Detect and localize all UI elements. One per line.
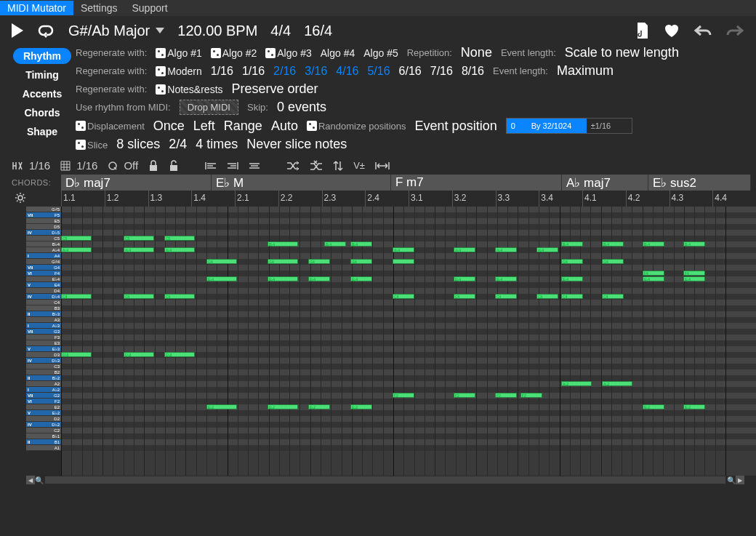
disp-auto[interactable]: Auto bbox=[271, 119, 298, 134]
quantize[interactable]: Off bbox=[108, 159, 138, 172]
key-row[interactable]: D4 bbox=[26, 288, 61, 294]
midi-note[interactable]: A♭4 bbox=[393, 247, 414, 252]
midi-note[interactable]: B♭4 bbox=[268, 241, 298, 247]
bars-display[interactable]: 16/4 bbox=[304, 23, 332, 39]
key-row[interactable]: VE4 bbox=[26, 282, 61, 288]
midi-note[interactable]: B♭4 bbox=[643, 241, 664, 247]
sidetab-shape[interactable]: Shape bbox=[17, 124, 68, 140]
midi-note[interactable]: B♭4 bbox=[561, 241, 583, 247]
midi-note[interactable]: C4 bbox=[164, 294, 195, 299]
snap-1[interactable]: 1/16 bbox=[12, 159, 50, 172]
midi-note[interactable]: C4 bbox=[61, 294, 92, 299]
rand-value[interactable]: Event position bbox=[415, 119, 497, 134]
midi-note[interactable]: C5 bbox=[124, 236, 154, 241]
algo-5[interactable]: Algo #5 bbox=[363, 47, 398, 59]
mode-notesrests[interactable]: Notes&rests bbox=[156, 84, 222, 95]
disp-once[interactable]: Once bbox=[153, 119, 185, 134]
slice-b[interactable]: 4 times bbox=[196, 137, 238, 152]
chord-cell[interactable]: D♭ maj7 bbox=[61, 175, 212, 191]
key-row[interactable]: B3 bbox=[26, 305, 61, 311]
frac-8[interactable]: 8/16 bbox=[462, 65, 484, 78]
sidetab-timing[interactable]: Timing bbox=[15, 67, 69, 83]
key-row[interactable]: E3 bbox=[26, 340, 61, 346]
midi-note[interactable]: B♭4 bbox=[324, 241, 346, 247]
key-row[interactable]: VIF4 bbox=[26, 271, 61, 276]
midi-note[interactable]: E♭2 bbox=[350, 404, 372, 409]
key-row[interactable]: IVD♭5 bbox=[26, 230, 61, 236]
chord-cell[interactable]: E♭ sus2 bbox=[648, 175, 751, 191]
stretch-icon[interactable] bbox=[375, 161, 390, 170]
frac-3[interactable]: 3/16 bbox=[305, 65, 327, 78]
key-row[interactable]: VIF2 bbox=[26, 399, 61, 404]
key-row[interactable]: D2 bbox=[26, 416, 61, 422]
midi-note[interactable]: E♭4 bbox=[561, 276, 583, 281]
chord-cell[interactable]: A♭ maj7 bbox=[562, 175, 648, 191]
midi-note[interactable]: E♭4 bbox=[683, 276, 705, 281]
midi-note[interactable]: E♭4 bbox=[206, 276, 237, 281]
rep-value[interactable]: None bbox=[461, 45, 492, 60]
drop-midi-zone[interactable]: Drop MIDI bbox=[180, 100, 238, 115]
midi-note[interactable]: G4 bbox=[350, 259, 372, 264]
key-select[interactable]: G#/Ab Major bbox=[68, 23, 164, 39]
midi-note[interactable]: G4 bbox=[561, 259, 583, 264]
midi-note[interactable]: G4 bbox=[206, 259, 237, 264]
algo-4[interactable]: Algo #4 bbox=[321, 47, 355, 59]
len2-value[interactable]: Maximum bbox=[557, 63, 614, 79]
key-row[interactable]: A1 bbox=[26, 445, 61, 451]
key-row[interactable]: IVD♭3 bbox=[26, 358, 61, 364]
key-row[interactable]: D3 bbox=[26, 352, 61, 358]
disp-left[interactable]: Left bbox=[193, 119, 215, 134]
sidetab-accents[interactable]: Accents bbox=[12, 86, 72, 102]
skip-value[interactable]: 0 events bbox=[277, 100, 326, 115]
key-row[interactable]: IIB♭3 bbox=[26, 311, 61, 317]
key-row[interactable]: E2 bbox=[26, 404, 61, 410]
shuffle-cancel-icon[interactable] bbox=[310, 160, 323, 172]
lock-icon[interactable] bbox=[148, 160, 158, 172]
shuffle-icon[interactable] bbox=[286, 161, 299, 171]
disp-range[interactable]: Range bbox=[224, 119, 262, 134]
chord-cell[interactable]: F m7 bbox=[391, 175, 562, 191]
midi-note[interactable]: E♭2 bbox=[268, 404, 298, 409]
midi-note[interactable]: E♭2 bbox=[206, 404, 237, 409]
zoom-in-icon[interactable]: 🔍 bbox=[727, 476, 736, 484]
midi-note[interactable]: C4 bbox=[495, 294, 517, 299]
chord-cell[interactable]: E♭ M bbox=[212, 175, 391, 191]
randomize[interactable]: Randomize positions bbox=[307, 120, 406, 132]
zoom-out-icon[interactable]: 🔍 bbox=[35, 476, 44, 484]
key-row[interactable]: IVD♭2 bbox=[26, 422, 61, 428]
frac-1[interactable]: 1/16 bbox=[242, 65, 265, 78]
midi-note[interactable]: F4 bbox=[683, 271, 705, 276]
midi-note[interactable]: B♭4 bbox=[350, 241, 372, 247]
frac-2[interactable]: 2/16 bbox=[273, 65, 296, 78]
key-row[interactable]: VIIG4 bbox=[26, 265, 61, 271]
midi-note[interactable]: E♭4 bbox=[495, 276, 517, 281]
key-row[interactable]: VE♭2 bbox=[26, 410, 61, 416]
scroll-right-icon[interactable]: ▶ bbox=[736, 476, 744, 484]
gear-icon[interactable] bbox=[15, 192, 26, 204]
key-row[interactable]: VIIG2 bbox=[26, 393, 61, 399]
midi-note[interactable]: C5 bbox=[164, 236, 195, 241]
len1-value[interactable]: Scale to new length bbox=[565, 45, 679, 60]
midi-note[interactable]: C4 bbox=[124, 294, 154, 299]
preserve-order[interactable]: Preserve order bbox=[232, 81, 318, 97]
midi-note[interactable]: D♭3 bbox=[124, 352, 154, 357]
bpm-display[interactable]: 120.00 BPM bbox=[177, 23, 257, 39]
key-row[interactable]: G♯5 bbox=[26, 207, 61, 212]
midi-note[interactable]: B♭4 bbox=[602, 241, 624, 247]
key-row[interactable]: IA4 bbox=[26, 253, 61, 259]
algo-1[interactable]: Algo #1 bbox=[156, 47, 201, 59]
favorite-icon[interactable] bbox=[663, 23, 680, 39]
frac-5[interactable]: 5/16 bbox=[367, 65, 390, 78]
midi-note[interactable]: C4 bbox=[393, 294, 414, 299]
key-row[interactable]: VIIG3 bbox=[26, 329, 61, 335]
midi-note[interactable]: A♭4 bbox=[536, 247, 558, 252]
midi-note[interactable]: D♭3 bbox=[164, 352, 195, 357]
tab-support[interactable]: Support bbox=[125, 1, 175, 15]
key-row[interactable]: IVD♭4 bbox=[26, 294, 61, 300]
scroll-track[interactable] bbox=[45, 476, 725, 484]
midi-note[interactable]: A♭4 bbox=[124, 247, 154, 252]
midi-note[interactable]: G4 bbox=[602, 259, 624, 264]
midi-note[interactable]: G4 bbox=[308, 259, 330, 264]
scroll-left-icon[interactable]: ◀ bbox=[26, 476, 35, 484]
redo-icon[interactable] bbox=[725, 24, 744, 37]
